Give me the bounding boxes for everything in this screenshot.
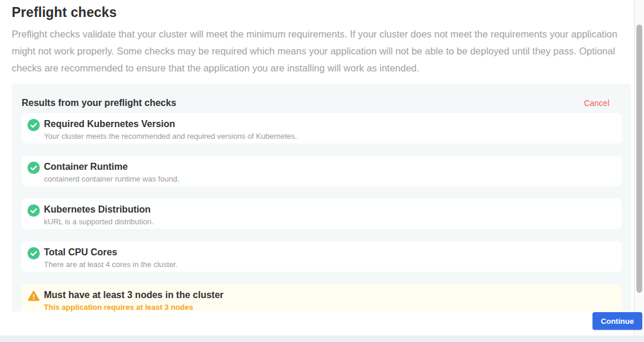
cancel-link[interactable]: Cancel [584, 98, 609, 108]
check-text: Kubernetes Distribution kURL is a suppor… [44, 204, 153, 226]
check-row-kubernetes-distribution: Kubernetes Distribution kURL is a suppor… [22, 199, 622, 229]
check-message: kURL is a supported distribution. [44, 217, 153, 226]
check-text: Required Kubernetes Version Your cluster… [44, 118, 297, 141]
check-title: Container Runtime [44, 161, 179, 172]
check-text: Total CPU Cores There are at least 4 cor… [44, 247, 177, 269]
preflight-results-panel: Results from your preflight checks Cance… [12, 84, 631, 312]
page-description: Preflight checks validate that your clus… [12, 26, 624, 77]
panel-title: Results from your preflight checks [22, 98, 176, 108]
check-title: Total CPU Cores [44, 247, 177, 258]
success-check-icon [28, 247, 40, 259]
check-message: This application requires at least 3 nod… [44, 303, 224, 312]
panel-header: Results from your preflight checks Cance… [12, 84, 631, 113]
success-check-icon [28, 162, 40, 174]
check-row-container-runtime: Container Runtime containerd container r… [22, 156, 622, 186]
check-message: containerd container runtime was found. [44, 175, 179, 183]
check-title: Must have at least 3 nodes in the cluste… [44, 289, 224, 300]
scrollbar-thumb[interactable] [636, 25, 642, 293]
continue-button[interactable]: Continue [592, 312, 642, 330]
check-title: Kubernetes Distribution [44, 204, 153, 215]
check-message: There are at least 4 cores in the cluste… [44, 260, 177, 269]
footer-bar [0, 312, 634, 336]
check-message: Your cluster meets the recommended and r… [44, 132, 297, 141]
check-title: Required Kubernetes Version [44, 118, 297, 129]
check-row-node-count: Must have at least 3 nodes in the cluste… [22, 284, 622, 312]
check-list: Required Kubernetes Version Your cluster… [12, 113, 631, 312]
warning-triangle-icon [28, 290, 40, 302]
check-text: Must have at least 3 nodes in the cluste… [44, 289, 224, 312]
scrollbar-track[interactable] [634, 0, 644, 336]
main-content: Preflight checks Preflight checks valida… [12, 0, 631, 77]
success-check-icon [28, 119, 40, 131]
page-title: Preflight checks [12, 5, 631, 20]
check-row-cpu-cores: Total CPU Cores There are at least 4 cor… [22, 241, 622, 272]
success-check-icon [28, 204, 40, 217]
check-text: Container Runtime containerd container r… [44, 161, 179, 183]
check-row-kubernetes-version: Required Kubernetes Version Your cluster… [22, 113, 622, 143]
bottom-strip [0, 336, 644, 342]
